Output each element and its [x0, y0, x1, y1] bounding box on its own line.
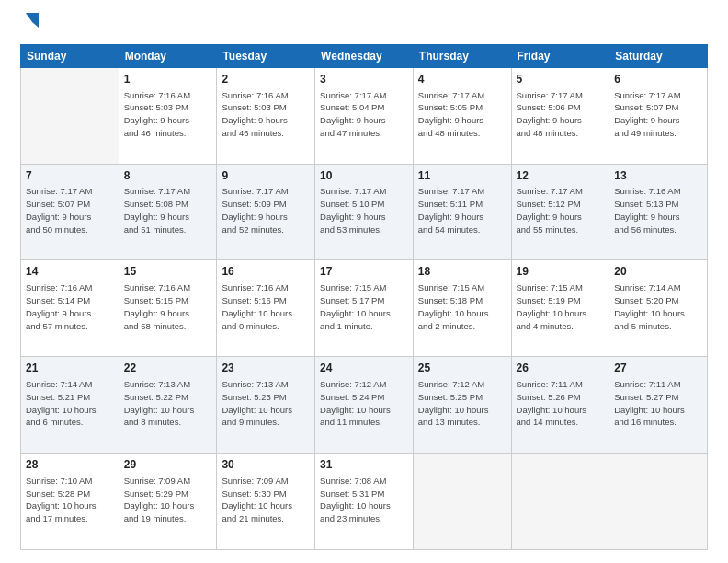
logo-icon: [22, 9, 42, 29]
calendar-cell: 1Sunrise: 7:16 AM Sunset: 5:03 PM Daylig…: [119, 67, 217, 164]
day-number: 27: [614, 361, 702, 376]
calendar-cell: [511, 454, 609, 550]
day-info: Sunrise: 7:14 AM Sunset: 5:20 PM Dayligh…: [614, 282, 702, 332]
calendar-week-4: 28Sunrise: 7:10 AM Sunset: 5:28 PM Dayli…: [21, 454, 708, 550]
day-info: Sunrise: 7:17 AM Sunset: 5:08 PM Dayligh…: [124, 185, 212, 236]
calendar-cell: 29Sunrise: 7:09 AM Sunset: 5:29 PM Dayli…: [119, 454, 217, 550]
calendar-cell: [413, 454, 511, 550]
day-info: Sunrise: 7:13 AM Sunset: 5:22 PM Dayligh…: [124, 378, 212, 429]
calendar-header-tuesday: Tuesday: [217, 44, 315, 67]
day-number: 2: [222, 72, 310, 87]
calendar-cell: 21Sunrise: 7:14 AM Sunset: 5:21 PM Dayli…: [21, 357, 119, 454]
day-info: Sunrise: 7:16 AM Sunset: 5:14 PM Dayligh…: [26, 282, 114, 332]
day-number: 15: [124, 264, 212, 280]
day-number: 7: [26, 168, 114, 184]
svg-marker-0: [26, 13, 39, 22]
day-info: Sunrise: 7:12 AM Sunset: 5:25 PM Dayligh…: [418, 378, 506, 429]
day-info: Sunrise: 7:10 AM Sunset: 5:28 PM Dayligh…: [26, 475, 114, 525]
day-info: Sunrise: 7:17 AM Sunset: 5:10 PM Dayligh…: [320, 185, 408, 236]
calendar-cell: 30Sunrise: 7:09 AM Sunset: 5:30 PM Dayli…: [217, 454, 315, 550]
calendar-cell: 27Sunrise: 7:11 AM Sunset: 5:27 PM Dayli…: [609, 357, 708, 454]
day-number: 9: [222, 168, 310, 184]
day-info: Sunrise: 7:11 AM Sunset: 5:26 PM Dayligh…: [517, 378, 605, 429]
calendar-cell: 17Sunrise: 7:15 AM Sunset: 5:17 PM Dayli…: [315, 260, 414, 357]
page: SundayMondayTuesdayWednesdayThursdayFrid…: [0, 0, 728, 563]
day-number: 19: [517, 264, 605, 280]
day-number: 16: [222, 264, 310, 280]
calendar-table: SundayMondayTuesdayWednesdayThursdayFrid…: [20, 44, 708, 550]
day-number: 20: [614, 264, 702, 280]
calendar-cell: 10Sunrise: 7:17 AM Sunset: 5:10 PM Dayli…: [315, 164, 414, 260]
calendar-cell: 4Sunrise: 7:17 AM Sunset: 5:05 PM Daylig…: [413, 67, 511, 164]
day-info: Sunrise: 7:15 AM Sunset: 5:18 PM Dayligh…: [418, 282, 506, 332]
day-info: Sunrise: 7:13 AM Sunset: 5:23 PM Dayligh…: [222, 378, 310, 429]
day-number: 12: [517, 168, 605, 184]
day-number: 21: [26, 361, 114, 376]
day-number: 10: [320, 168, 408, 184]
calendar-cell: 31Sunrise: 7:08 AM Sunset: 5:31 PM Dayli…: [315, 454, 414, 550]
calendar-header-thursday: Thursday: [413, 44, 511, 67]
calendar-cell: 28Sunrise: 7:10 AM Sunset: 5:28 PM Dayli…: [21, 454, 119, 550]
day-info: Sunrise: 7:17 AM Sunset: 5:05 PM Dayligh…: [418, 89, 506, 140]
calendar-week-3: 21Sunrise: 7:14 AM Sunset: 5:21 PM Dayli…: [21, 357, 708, 454]
day-number: 17: [320, 264, 408, 280]
calendar-cell: 11Sunrise: 7:17 AM Sunset: 5:11 PM Dayli…: [413, 164, 511, 260]
calendar-cell: 15Sunrise: 7:16 AM Sunset: 5:15 PM Dayli…: [119, 260, 217, 357]
day-number: 25: [418, 361, 506, 376]
day-number: 3: [320, 72, 408, 87]
day-info: Sunrise: 7:08 AM Sunset: 5:31 PM Dayligh…: [320, 475, 408, 525]
calendar-cell: 23Sunrise: 7:13 AM Sunset: 5:23 PM Dayli…: [217, 357, 315, 454]
day-info: Sunrise: 7:12 AM Sunset: 5:24 PM Dayligh…: [320, 378, 408, 429]
calendar-cell: [609, 454, 708, 550]
logo: [20, 17, 42, 35]
day-number: 24: [320, 361, 408, 376]
day-number: 1: [124, 72, 212, 87]
calendar-cell: 14Sunrise: 7:16 AM Sunset: 5:14 PM Dayli…: [21, 260, 119, 357]
calendar-week-1: 7Sunrise: 7:17 AM Sunset: 5:07 PM Daylig…: [21, 164, 708, 260]
day-info: Sunrise: 7:09 AM Sunset: 5:30 PM Dayligh…: [222, 475, 310, 525]
day-number: 14: [26, 264, 114, 280]
day-info: Sunrise: 7:09 AM Sunset: 5:29 PM Dayligh…: [124, 475, 212, 525]
calendar-cell: 22Sunrise: 7:13 AM Sunset: 5:22 PM Dayli…: [119, 357, 217, 454]
svg-marker-1: [32, 22, 39, 28]
calendar-header-friday: Friday: [511, 44, 609, 67]
calendar-cell: 18Sunrise: 7:15 AM Sunset: 5:18 PM Dayli…: [413, 260, 511, 357]
calendar-cell: 6Sunrise: 7:17 AM Sunset: 5:07 PM Daylig…: [609, 67, 708, 164]
day-info: Sunrise: 7:17 AM Sunset: 5:07 PM Dayligh…: [614, 89, 702, 140]
day-number: 29: [124, 457, 212, 473]
day-info: Sunrise: 7:11 AM Sunset: 5:27 PM Dayligh…: [614, 378, 702, 429]
header: [20, 17, 708, 35]
calendar-cell: 24Sunrise: 7:12 AM Sunset: 5:24 PM Dayli…: [315, 357, 414, 454]
day-number: 23: [222, 361, 310, 376]
day-info: Sunrise: 7:16 AM Sunset: 5:03 PM Dayligh…: [222, 89, 310, 140]
calendar-cell: 3Sunrise: 7:17 AM Sunset: 5:04 PM Daylig…: [315, 67, 414, 164]
day-info: Sunrise: 7:17 AM Sunset: 5:06 PM Dayligh…: [517, 89, 605, 140]
day-info: Sunrise: 7:15 AM Sunset: 5:17 PM Dayligh…: [320, 282, 408, 332]
day-info: Sunrise: 7:16 AM Sunset: 5:15 PM Dayligh…: [124, 282, 212, 332]
calendar-header-saturday: Saturday: [609, 44, 708, 67]
day-info: Sunrise: 7:17 AM Sunset: 5:12 PM Dayligh…: [517, 185, 605, 236]
day-number: 31: [320, 457, 408, 473]
day-info: Sunrise: 7:17 AM Sunset: 5:09 PM Dayligh…: [222, 185, 310, 236]
day-info: Sunrise: 7:17 AM Sunset: 5:07 PM Dayligh…: [26, 185, 114, 236]
day-number: 11: [418, 168, 506, 184]
calendar-week-0: 1Sunrise: 7:16 AM Sunset: 5:03 PM Daylig…: [21, 67, 708, 164]
day-number: 18: [418, 264, 506, 280]
day-number: 8: [124, 168, 212, 184]
calendar-cell: 9Sunrise: 7:17 AM Sunset: 5:09 PM Daylig…: [217, 164, 315, 260]
day-info: Sunrise: 7:14 AM Sunset: 5:21 PM Dayligh…: [26, 378, 114, 429]
calendar-cell: 7Sunrise: 7:17 AM Sunset: 5:07 PM Daylig…: [21, 164, 119, 260]
day-number: 28: [26, 457, 114, 473]
calendar-cell: 26Sunrise: 7:11 AM Sunset: 5:26 PM Dayli…: [511, 357, 609, 454]
day-info: Sunrise: 7:16 AM Sunset: 5:16 PM Dayligh…: [222, 282, 310, 332]
day-number: 6: [614, 72, 702, 87]
day-number: 13: [614, 168, 702, 184]
day-number: 4: [418, 72, 506, 87]
day-number: 22: [124, 361, 212, 376]
day-info: Sunrise: 7:15 AM Sunset: 5:19 PM Dayligh…: [517, 282, 605, 332]
calendar-cell: 8Sunrise: 7:17 AM Sunset: 5:08 PM Daylig…: [119, 164, 217, 260]
calendar-cell: [21, 67, 119, 164]
day-number: 26: [517, 361, 605, 376]
calendar-cell: 2Sunrise: 7:16 AM Sunset: 5:03 PM Daylig…: [217, 67, 315, 164]
calendar-cell: 20Sunrise: 7:14 AM Sunset: 5:20 PM Dayli…: [609, 260, 708, 357]
